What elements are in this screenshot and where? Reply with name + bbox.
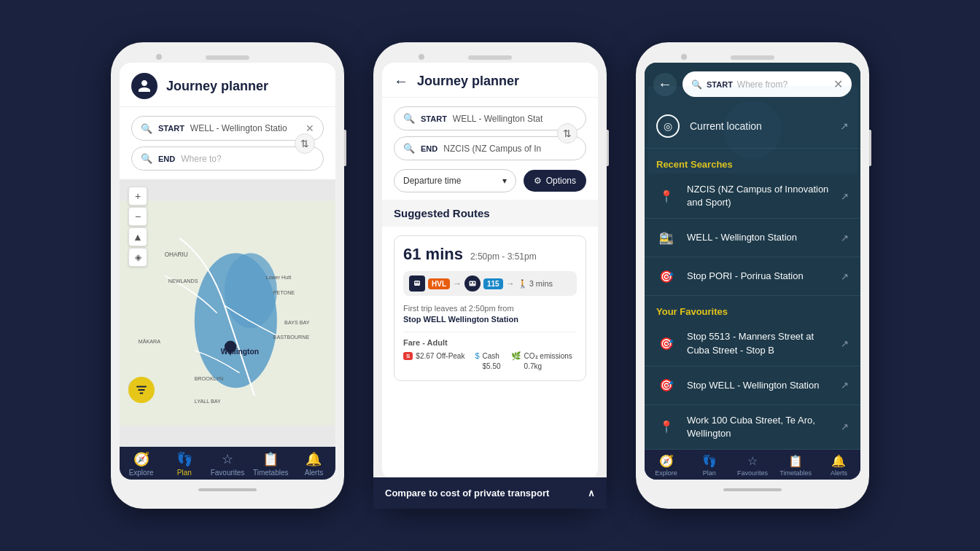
nav-timetables-label: Timetables: [253, 469, 289, 477]
phone-speaker-1: [206, 55, 249, 60]
fav-item-0[interactable]: 🎯 Stop 5513 - Manners Street at Cuba Str…: [645, 321, 860, 366]
compare-bar[interactable]: Compare to cost of private transport ∧: [382, 477, 598, 480]
svg-text:MĀKARA: MĀKARA: [139, 338, 161, 345]
nav-favourites[interactable]: ☆ Favourites: [206, 451, 249, 477]
nav-plan[interactable]: 👣 Plan: [163, 451, 206, 477]
nav-timetables[interactable]: 📋 Timetables: [249, 451, 292, 477]
nav-alerts-label: Alerts: [305, 469, 324, 477]
fav-item-1[interactable]: 🎯 Stop WELL - Wellington Station ↗: [645, 367, 860, 405]
svg-text:EASTBOURNE: EASTBOURNE: [273, 334, 310, 340]
avatar-icon[interactable]: [131, 73, 158, 99]
co2-icon: 🌿: [511, 351, 521, 361]
step-arrow-2: →: [506, 278, 515, 289]
phone-camera-2: [419, 54, 424, 60]
map-up-button[interactable]: ▲: [128, 227, 147, 246]
p3-nav-explore[interactable]: 🧭 Explore: [645, 454, 688, 477]
p3-map-bg: [645, 104, 860, 173]
p3-nav-timetables[interactable]: 📋 Timetables: [774, 454, 817, 477]
svg-rect-25: [470, 281, 476, 286]
svg-text:PETONE: PETONE: [273, 289, 295, 296]
recent-icon-1: 🚉: [656, 227, 677, 248]
fav-text-0: Stop 5513 - Manners Street at Cuba Stree…: [687, 330, 831, 356]
svg-rect-21: [416, 282, 417, 284]
p3-alerts-icon: 🔔: [831, 454, 846, 468]
zoom-out-button[interactable]: −: [128, 207, 147, 226]
timetables-icon: 📋: [262, 451, 279, 467]
p2-start-value: WELL - Wellington Stat: [453, 114, 577, 124]
p3-nav-plan[interactable]: 👣 Plan: [688, 454, 731, 477]
nav-explore-label: Explore: [129, 469, 154, 477]
back-button[interactable]: ←: [394, 73, 408, 90]
recent-item-2[interactable]: 🎯 Stop PORI - Porirua Station ↗: [645, 257, 860, 296]
p2-swap-button[interactable]: ⇅: [557, 123, 578, 144]
cash-icon: $: [475, 351, 479, 360]
arrow-icon-fav-2: ↗: [841, 421, 849, 432]
options-button[interactable]: ⚙ Options: [524, 170, 586, 192]
phone-screen-1: Journey planner 🔍 START WELL - Wellingto…: [120, 63, 335, 480]
phone-3: ← 🔍 START Where from? ✕: [636, 42, 869, 509]
swap-button[interactable]: ⇅: [295, 133, 315, 154]
phone-bottom-3: [645, 480, 860, 500]
svg-rect-23: [415, 285, 416, 286]
svg-point-2: [225, 253, 277, 328]
end-label: END: [158, 155, 175, 163]
p3-plan-icon: 👣: [702, 454, 717, 468]
route-card[interactable]: 61 mins 2:50pm - 3:51pm HVL → 115 → 🚶: [394, 235, 586, 381]
svg-rect-24: [419, 285, 420, 286]
home-indicator-1: [198, 488, 257, 491]
stop-text: Stop WELL Wellington Station: [403, 315, 518, 324]
fav-item-2[interactable]: 📍 Work 100 Cuba Street, Te Aro, Wellingt…: [645, 405, 860, 450]
p2-title: Journey planner: [417, 74, 519, 89]
svg-text:BROOKLYN: BROOKLYN: [195, 375, 223, 382]
phone-2: ← Journey planner 🔍 START WELL - Welling…: [373, 42, 607, 509]
route-time-row: 61 mins 2:50pm - 3:51pm: [403, 245, 577, 264]
map-area[interactable]: OHARIU NEWLANDS Lower Hutt PETONE BAYS B…: [120, 179, 335, 447]
fav-text-1: Stop WELL - Wellington Station: [687, 379, 831, 392]
nav-explore[interactable]: 🧭 Explore: [120, 451, 163, 477]
p3-explore-icon: 🧭: [659, 454, 674, 468]
p3-bottom-nav: 🧭 Explore 👣 Plan ☆ Favourites 📋 Timetabl…: [645, 450, 860, 480]
p3-nav-favourites[interactable]: ☆ Favourites: [731, 454, 774, 477]
svg-text:Lower Hutt: Lower Hutt: [265, 274, 291, 281]
svg-text:OHARIU: OHARIU: [165, 251, 188, 258]
departure-time-button[interactable]: Departure time ▾: [394, 169, 516, 192]
end-input-row[interactable]: 🔍 END Where to?: [131, 146, 324, 171]
recent-item-0[interactable]: 📍 NZCIS (NZ Campus of Innovation and Spo…: [645, 174, 860, 219]
cash-fare: $ Cash $5.50: [475, 351, 500, 372]
p3-nav-alerts[interactable]: 🔔 Alerts: [817, 454, 860, 477]
phone-screen-2: ← Journey planner 🔍 START WELL - Welling…: [382, 63, 598, 480]
chevron-down-icon: ▾: [502, 176, 507, 186]
p2-options-row: Departure time ▾ ⚙ Options: [382, 169, 598, 200]
hvl-badge: HVL: [428, 278, 450, 289]
p2-end-value: NZCIS (NZ Campus of In: [443, 144, 577, 154]
svg-rect-26: [470, 282, 472, 284]
walk-icon: 🚶: [518, 279, 528, 289]
snapper-badge: S: [403, 352, 413, 360]
p2-end-input[interactable]: 🔍 END NZCIS (NZ Campus of In: [394, 136, 586, 160]
phones-container: Journey planner 🔍 START WELL - Wellingto…: [96, 28, 884, 523]
nav-alerts[interactable]: 🔔 Alerts: [292, 451, 335, 477]
p3-explore-label: Explore: [655, 469, 677, 477]
p3-alerts-label: Alerts: [831, 469, 847, 477]
cash-price: $5.50: [483, 362, 501, 372]
clear-icon[interactable]: ✕: [306, 122, 314, 134]
snapper-fare: S $2.67 Off-Peak: [403, 351, 464, 372]
map-location-button[interactable]: ◈: [128, 248, 147, 267]
recent-text-1: WELL - Wellington Station: [687, 231, 831, 244]
p2-start-label: START: [421, 114, 447, 123]
start-input-row[interactable]: 🔍 START WELL - Wellington Statio ✕: [131, 116, 324, 141]
recent-item-1[interactable]: 🚉 WELL - Wellington Station ↗: [645, 219, 860, 257]
route-steps: HVL → 115 → 🚶 3 mins: [403, 271, 577, 296]
p1-header: Journey planner: [120, 63, 335, 107]
alerts-icon: 🔔: [306, 451, 322, 467]
search-icon-start: 🔍: [141, 123, 152, 134]
p2-inputs: 🔍 START WELL - Wellington Stat 🔍 END NZC…: [382, 98, 598, 169]
p3-content: ◎ Current location ↗ Recent Searches 📍 N…: [645, 104, 860, 450]
p2-start-input[interactable]: 🔍 START WELL - Wellington Stat: [394, 106, 586, 130]
map-filter-button[interactable]: [128, 377, 155, 403]
explore-icon: 🧭: [133, 451, 149, 467]
options-label: Options: [546, 176, 576, 186]
zoom-in-button[interactable]: +: [128, 187, 147, 206]
filter-icon: ⚙: [534, 176, 542, 186]
bottom-nav-1: 🧭 Explore 👣 Plan ☆ Favourites 📋 Timetabl…: [120, 447, 335, 480]
